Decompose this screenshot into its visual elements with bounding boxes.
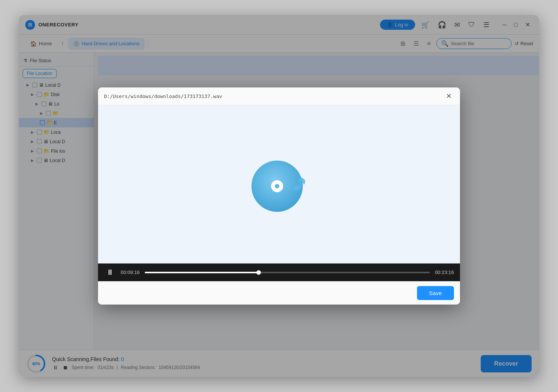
- preview-modal: D:/Users/windows/downloads/173173137.wav…: [98, 87, 460, 305]
- save-button[interactable]: Save: [417, 286, 454, 300]
- modal-header: D:/Users/windows/downloads/173173137.wav…: [98, 87, 460, 105]
- current-time-display: 00:09:16: [121, 270, 140, 275]
- modal-overlay: D:/Users/windows/downloads/173173137.wav…: [19, 15, 539, 377]
- svg-rect-8: [299, 177, 301, 188]
- modal-close-button[interactable]: ✕: [444, 91, 454, 101]
- modal-body: [98, 105, 460, 263]
- modal-file-path: D:/Users/windows/downloads/173173137.wav: [104, 93, 222, 99]
- music-disc-icon: [249, 154, 309, 214]
- svg-point-6: [275, 184, 279, 188]
- audio-progress-thumb: [256, 270, 261, 275]
- audio-progress-fill: [145, 272, 259, 273]
- audio-progress-bar[interactable]: [145, 272, 430, 273]
- modal-footer: Save: [98, 281, 460, 305]
- play-pause-button[interactable]: ⏸: [104, 267, 116, 277]
- total-time-display: 00:23:16: [434, 270, 454, 275]
- audio-player: ⏸ 00:09:16 00:23:16: [98, 263, 460, 281]
- app-window: R ONERECOVERY 👤 Log in 🛒 🎧 ✉ 🛡 ☰ ─ □ ✕ 🏠…: [19, 15, 539, 377]
